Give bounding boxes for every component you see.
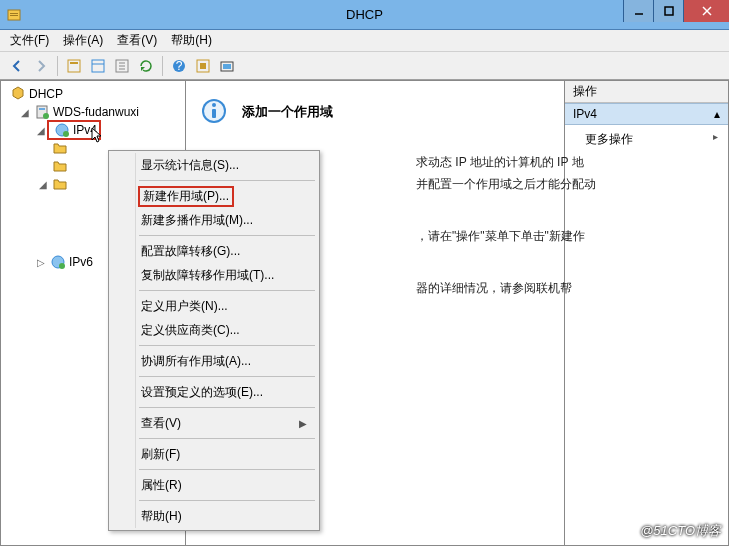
actions-more-label: 更多操作 [585, 132, 633, 146]
svg-rect-18 [200, 63, 206, 69]
collapse-icon[interactable]: ◢ [37, 178, 49, 190]
menu-action[interactable]: 操作(A) [63, 32, 103, 49]
minimize-button[interactable] [623, 0, 653, 22]
menu-separator [139, 469, 315, 470]
menu-stats[interactable]: 显示统计信息(S)... [111, 153, 317, 177]
menu-set-options[interactable]: 设置预定义的选项(E)... [111, 380, 317, 404]
menu-file[interactable]: 文件(F) [10, 32, 49, 49]
tree-server-label: WDS-fudanwuxi [53, 105, 139, 119]
menu-new-multicast[interactable]: 新建多播作用域(M)... [111, 208, 317, 232]
menu-separator [139, 500, 315, 501]
maximize-button[interactable] [653, 0, 683, 22]
svg-rect-22 [39, 108, 45, 110]
toolbar-btn-3[interactable] [111, 55, 133, 77]
nav-forward-button[interactable] [30, 55, 52, 77]
tree-ipv6-label: IPv6 [69, 255, 93, 269]
svg-rect-1 [10, 13, 18, 14]
nav-back-button[interactable] [6, 55, 28, 77]
menubar: 文件(F) 操作(A) 查看(V) 帮助(H) [0, 30, 729, 52]
folder-icon [52, 158, 68, 174]
actions-more[interactable]: 更多操作 ▸ [565, 125, 728, 152]
expand-icon[interactable]: ▷ [35, 256, 47, 268]
folder-icon [52, 140, 68, 156]
svg-rect-20 [223, 64, 231, 69]
menu-separator [139, 180, 315, 181]
titlebar: DHCP [0, 0, 729, 30]
content-line-2: 并配置一个作用域之后才能分配动 [416, 173, 726, 195]
refresh-button[interactable] [135, 55, 157, 77]
toolbar: ? [0, 52, 729, 80]
actions-subheader[interactable]: IPv4 ▴ [565, 103, 728, 125]
info-icon [200, 97, 228, 125]
svg-point-30 [212, 103, 216, 107]
ipv6-icon [50, 254, 66, 270]
content-line-3: ，请在"操作"菜单下单击"新建作 [416, 225, 726, 247]
menu-view[interactable]: 查看(V)▶ [111, 411, 317, 435]
actions-subheader-label: IPv4 [573, 107, 597, 121]
menu-separator [139, 376, 315, 377]
actions-header: 操作 [565, 81, 728, 103]
svg-rect-7 [68, 60, 80, 72]
menu-separator [139, 345, 315, 346]
close-button[interactable] [683, 0, 729, 22]
watermark: @51CTO博客 [640, 522, 721, 540]
chevron-right-icon: ▶ [299, 418, 307, 429]
svg-rect-2 [10, 15, 18, 16]
window-controls [623, 0, 729, 22]
svg-point-23 [43, 113, 49, 119]
svg-point-27 [59, 263, 65, 269]
toolbar-btn-5[interactable] [216, 55, 238, 77]
menu-vendor-class[interactable]: 定义供应商类(C)... [111, 318, 317, 342]
menu-reconcile[interactable]: 协调所有作用域(A)... [111, 349, 317, 373]
menu-properties[interactable]: 属性(R) [111, 473, 317, 497]
tree-root-label: DHCP [29, 87, 63, 101]
svg-rect-4 [665, 7, 673, 15]
toolbar-btn-2[interactable] [87, 55, 109, 77]
menu-refresh[interactable]: 刷新(F) [111, 442, 317, 466]
context-menu: 显示统计信息(S)... 新建作用域(P)... 新建多播作用域(M)... 配… [108, 150, 320, 531]
menu-new-scope[interactable]: 新建作用域(P)... [111, 184, 317, 208]
menu-view[interactable]: 查看(V) [117, 32, 157, 49]
menu-replicate-failover[interactable]: 复制故障转移作用域(T)... [111, 263, 317, 287]
content-body: 求动态 IP 地址的计算机的 IP 地 并配置一个作用域之后才能分配动 ，请在"… [416, 151, 726, 299]
chevron-right-icon: ▸ [713, 131, 718, 142]
content-heading: 添加一个作用域 [242, 103, 333, 121]
menu-config-failover[interactable]: 配置故障转移(G)... [111, 239, 317, 263]
menu-separator [139, 407, 315, 408]
content-line-4: 器的详细情况，请参阅联机帮 [416, 277, 726, 299]
menu-separator [139, 235, 315, 236]
svg-text:?: ? [176, 59, 183, 73]
menu-separator [139, 438, 315, 439]
svg-rect-31 [212, 109, 216, 118]
actions-pane: 操作 IPv4 ▴ 更多操作 ▸ [565, 80, 729, 546]
menu-user-class[interactable]: 定义用户类(N)... [111, 294, 317, 318]
menu-help[interactable]: 帮助(H) [111, 504, 317, 528]
toolbar-btn-4[interactable] [192, 55, 214, 77]
app-icon [0, 7, 28, 23]
svg-rect-8 [70, 62, 78, 64]
menu-help[interactable]: 帮助(H) [171, 32, 212, 49]
svg-point-25 [63, 131, 69, 137]
collapse-icon[interactable]: ◢ [19, 106, 31, 118]
tree-ipv4[interactable]: ◢ IPv4 [3, 121, 185, 139]
ipv4-icon [54, 122, 70, 138]
content-line-1: 求动态 IP 地址的计算机的 IP 地 [416, 151, 726, 173]
server-icon [34, 104, 50, 120]
menu-separator [139, 290, 315, 291]
folder-icon [52, 176, 68, 192]
dhcp-icon [10, 86, 26, 102]
tree-root[interactable]: DHCP [3, 85, 185, 103]
help-button[interactable]: ? [168, 55, 190, 77]
svg-rect-9 [92, 60, 104, 72]
chevron-up-icon: ▴ [714, 107, 720, 121]
collapse-icon[interactable]: ◢ [35, 124, 47, 136]
toolbar-btn-1[interactable] [63, 55, 85, 77]
window-title: DHCP [346, 7, 383, 22]
tree-server[interactable]: ◢ WDS-fudanwuxi [3, 103, 185, 121]
